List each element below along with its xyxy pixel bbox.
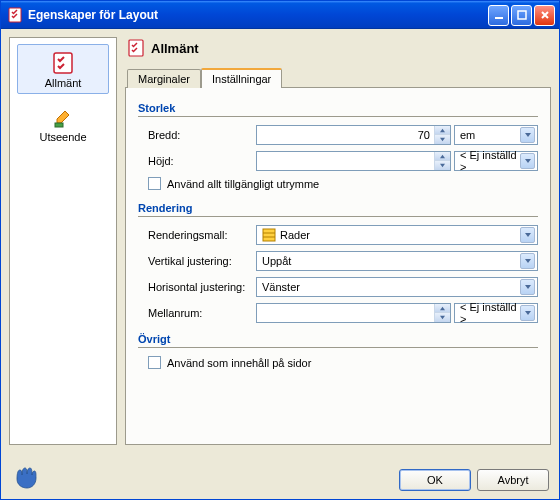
window: Egenskaper för Layout Allmänt Utseende — [0, 0, 560, 500]
tab-panel: Storlek Bredd: em — [125, 87, 551, 445]
chevron-down-icon[interactable] — [520, 227, 535, 243]
combo-value: Vänster — [262, 281, 520, 293]
combo-value: < Ej inställd > — [460, 301, 520, 325]
section-title: Allmänt — [151, 41, 199, 56]
bredd-unit-combo[interactable]: em — [454, 125, 538, 145]
combo-value: < Ej inställd > — [460, 149, 520, 173]
main-panel: Allmänt Marginaler Inställningar Storlek… — [125, 37, 551, 445]
field-renderingsmall: Renderingsmall: Rader — [138, 225, 538, 245]
svg-rect-6 — [263, 229, 275, 241]
spin-down-button[interactable] — [435, 313, 450, 322]
sidebar-item-label: Utseende — [39, 131, 86, 143]
field-hojd: Höjd: < Ej inställd > — [138, 151, 538, 171]
renderingsmall-combo[interactable]: Rader — [256, 225, 538, 245]
combo-value: em — [460, 129, 520, 141]
tab-strip: Marginaler Inställningar — [127, 65, 551, 87]
spinner — [434, 126, 450, 144]
divider — [138, 347, 538, 348]
checklist-icon — [127, 39, 145, 57]
combo-value: Rader — [280, 229, 520, 241]
bredd-input[interactable] — [256, 125, 451, 145]
spin-down-button[interactable] — [435, 135, 450, 144]
close-button[interactable] — [534, 5, 555, 26]
use-as-content-checkbox[interactable] — [148, 356, 161, 369]
use-all-space-label: Använd allt tillgängligt utrymme — [167, 178, 319, 190]
sidebar-item-allmant[interactable]: Allmänt — [17, 44, 109, 94]
window-controls — [488, 5, 555, 26]
body: Allmänt Utseende Allmänt Marginaler Inst… — [1, 29, 559, 453]
group-rendering-title: Rendering — [138, 202, 538, 214]
cancel-button[interactable]: Avbryt — [477, 469, 549, 491]
bredd-value[interactable] — [257, 129, 434, 141]
rows-icon — [262, 228, 276, 242]
chevron-down-icon[interactable] — [520, 279, 535, 295]
chevron-down-icon[interactable] — [520, 253, 535, 269]
dialog-buttons: OK Avbryt — [399, 469, 549, 491]
hojd-input[interactable] — [256, 151, 451, 171]
checklist-icon — [51, 51, 75, 75]
vjust-label: Vertikal justering: — [148, 255, 256, 267]
sidebar-item-label: Allmänt — [45, 77, 82, 89]
group-storlek-title: Storlek — [138, 102, 538, 114]
section-header: Allmänt — [125, 37, 551, 65]
ok-button[interactable]: OK — [399, 469, 471, 491]
combo-value: Uppåt — [262, 255, 520, 267]
use-all-space-checkbox[interactable] — [148, 177, 161, 190]
spin-up-button[interactable] — [435, 152, 450, 161]
renderingsmall-label: Renderingsmall: — [148, 229, 256, 241]
app-icon — [7, 7, 23, 23]
svg-rect-3 — [54, 53, 72, 73]
hojd-label: Höjd: — [148, 155, 256, 167]
spin-up-button[interactable] — [435, 126, 450, 135]
hjust-label: Horisontal justering: — [148, 281, 256, 293]
divider — [138, 216, 538, 217]
field-bredd: Bredd: em — [138, 125, 538, 145]
use-all-space-row: Använd allt tillgängligt utrymme — [138, 177, 538, 190]
minimize-button[interactable] — [488, 5, 509, 26]
spinner — [434, 304, 450, 322]
tab-installningar[interactable]: Inställningar — [201, 68, 282, 88]
mellanrum-unit-combo[interactable]: < Ej inställd > — [454, 303, 538, 323]
window-title: Egenskaper för Layout — [28, 8, 488, 22]
spinner — [434, 152, 450, 170]
mellanrum-value[interactable] — [257, 307, 434, 319]
chevron-down-icon[interactable] — [520, 305, 535, 321]
svg-rect-1 — [495, 17, 503, 19]
bredd-label: Bredd: — [148, 129, 256, 141]
tab-marginaler[interactable]: Marginaler — [127, 69, 201, 88]
hojd-unit-combo[interactable]: < Ej inställd > — [454, 151, 538, 171]
footer: OK Avbryt — [1, 453, 559, 499]
chevron-down-icon[interactable] — [520, 127, 535, 143]
chevron-down-icon[interactable] — [520, 153, 535, 169]
sidebar-item-utseende[interactable]: Utseende — [17, 98, 109, 148]
divider — [138, 116, 538, 117]
svg-rect-2 — [518, 11, 526, 19]
vjust-combo[interactable]: Uppåt — [256, 251, 538, 271]
field-mellanrum: Mellanrum: < Ej inställd > — [138, 303, 538, 323]
brush-icon — [51, 105, 75, 129]
field-vertikal-justering: Vertikal justering: Uppåt — [138, 251, 538, 271]
field-horisontal-justering: Horisontal justering: Vänster — [138, 277, 538, 297]
use-as-content-label: Använd som innehåll på sidor — [167, 357, 311, 369]
sidebar: Allmänt Utseende — [9, 37, 117, 445]
mellanrum-label: Mellanrum: — [148, 307, 256, 319]
mellanrum-input[interactable] — [256, 303, 451, 323]
use-as-content-row: Använd som innehåll på sidor — [138, 356, 538, 369]
hojd-value[interactable] — [257, 155, 434, 167]
hand-logo-icon — [9, 459, 41, 491]
title-bar: Egenskaper för Layout — [1, 1, 559, 29]
group-ovrigt-title: Övrigt — [138, 333, 538, 345]
spin-down-button[interactable] — [435, 161, 450, 170]
svg-rect-4 — [55, 123, 63, 127]
hjust-combo[interactable]: Vänster — [256, 277, 538, 297]
maximize-button[interactable] — [511, 5, 532, 26]
spin-up-button[interactable] — [435, 304, 450, 313]
